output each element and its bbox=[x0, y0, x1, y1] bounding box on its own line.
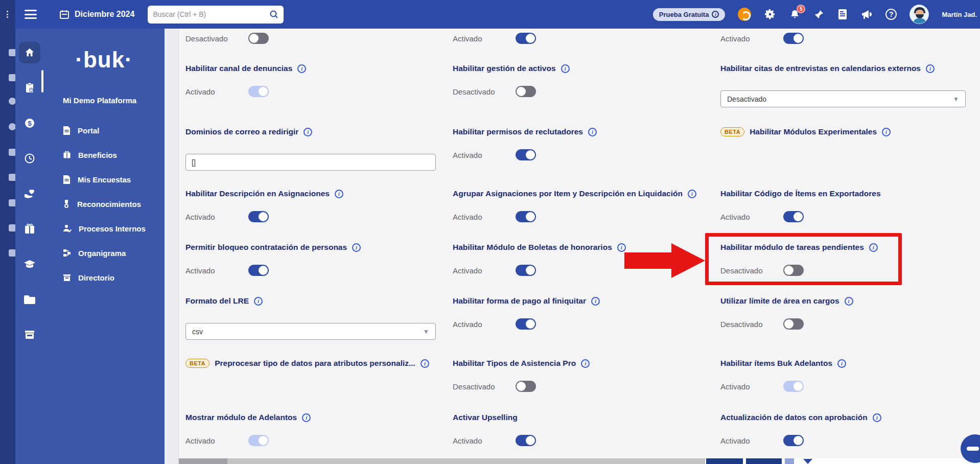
info-icon[interactable]: i bbox=[926, 64, 935, 73]
benefits-hand-heart-icon[interactable] bbox=[19, 183, 40, 204]
menu-toggle-icon[interactable] bbox=[25, 10, 37, 19]
info-icon[interactable]: i bbox=[688, 190, 696, 198]
setting-select[interactable]: csv▼ bbox=[185, 323, 436, 340]
setting-toggle[interactable] bbox=[783, 381, 804, 392]
user-name[interactable]: Martín Jad. bbox=[942, 11, 977, 18]
ghost-gift-icon bbox=[9, 174, 15, 181]
notifications-bell-icon[interactable]: 5 bbox=[789, 9, 801, 20]
settings-page: DesactivadoActivadoActivadoHabilitar can… bbox=[165, 29, 980, 464]
announcements-megaphone-icon[interactable] bbox=[860, 9, 873, 20]
info-icon[interactable]: i bbox=[561, 64, 570, 73]
info-icon[interactable]: i bbox=[882, 128, 891, 136]
setting-toggle[interactable] bbox=[516, 435, 536, 446]
setting-toggle[interactable] bbox=[248, 33, 269, 44]
info-icon[interactable]: i bbox=[617, 243, 626, 252]
toggle-state-label: Activado bbox=[720, 213, 783, 221]
home-icon[interactable] bbox=[19, 42, 40, 63]
info-icon[interactable]: i bbox=[581, 359, 590, 368]
changelog-icon[interactable] bbox=[837, 9, 848, 20]
scrollbar-thumb[interactable] bbox=[179, 458, 227, 464]
gift-box-icon[interactable] bbox=[19, 218, 40, 240]
select-value: csv bbox=[192, 328, 203, 336]
search-icon[interactable] bbox=[269, 10, 278, 19]
setting-cell: Desactivado bbox=[185, 29, 453, 63]
user-avatar[interactable] bbox=[909, 5, 929, 24]
setting-control-row: Activado bbox=[720, 435, 980, 446]
document-icon bbox=[63, 126, 71, 135]
help-icon[interactable]: ? bbox=[885, 9, 897, 20]
setting-cell: Mostrar módulo de AdelantosiActivado bbox=[185, 412, 453, 458]
free-trial-badge[interactable]: Prueba Gratuita i bbox=[653, 8, 726, 21]
documents-folder-icon[interactable] bbox=[19, 289, 40, 310]
setting-title-row: Habilitar forma de pago al finiquitari bbox=[453, 296, 720, 306]
setting-toggle[interactable] bbox=[516, 265, 536, 276]
settings-gear-icon[interactable] bbox=[764, 8, 776, 20]
tasks-clipboard-icon[interactable] bbox=[19, 77, 40, 99]
person-check-icon bbox=[63, 224, 72, 233]
info-icon[interactable]: i bbox=[837, 359, 846, 368]
calendar-icon[interactable] bbox=[59, 9, 69, 19]
search-input[interactable] bbox=[153, 10, 269, 18]
info-icon[interactable]: i bbox=[845, 297, 853, 306]
setting-toggle[interactable] bbox=[248, 86, 269, 97]
horizontal-scrollbar[interactable] bbox=[179, 458, 980, 464]
setting-toggle[interactable] bbox=[783, 318, 804, 330]
setting-toggle[interactable] bbox=[516, 149, 536, 160]
setting-title: Habilitar Descripción en Asignaciones bbox=[185, 189, 330, 198]
setting-toggle[interactable] bbox=[516, 318, 536, 330]
sidebar-item-directorio[interactable]: Directorio bbox=[43, 265, 165, 290]
setting-title-row: Habilitar citas de entrevistas en calend… bbox=[720, 63, 980, 74]
info-icon[interactable]: i bbox=[421, 359, 429, 368]
toggle-state-label: Desactivado bbox=[720, 320, 783, 329]
info-icon[interactable]: i bbox=[588, 128, 597, 136]
setting-toggle[interactable] bbox=[783, 435, 804, 446]
info-icon[interactable]: i bbox=[302, 413, 311, 422]
training-cap-icon[interactable] bbox=[19, 253, 40, 275]
setting-title: Dominios de correo a redirigir bbox=[185, 127, 298, 136]
setting-toggle[interactable] bbox=[783, 33, 804, 44]
info-icon[interactable]: i bbox=[591, 297, 600, 306]
sidebar-item-organigrama[interactable]: Organigrama bbox=[43, 241, 165, 265]
setting-toggle[interactable] bbox=[516, 86, 536, 97]
payroll-dollar-icon[interactable]: $ bbox=[19, 112, 40, 134]
scrollbar-gutter[interactable] bbox=[165, 29, 179, 464]
sidebar-item-mis-encuestas[interactable]: Mis Encuestas bbox=[43, 167, 165, 192]
setting-title: Permitir bloqueo contratación de persona… bbox=[185, 243, 347, 252]
toggle-state-label: Activado bbox=[720, 34, 783, 43]
setting-control-row: Activado bbox=[185, 435, 453, 446]
setting-text-input[interactable] bbox=[185, 154, 436, 171]
sidebar-item-reconocimientos[interactable]: Reconocimientos bbox=[43, 192, 165, 216]
setting-toggle[interactable] bbox=[248, 211, 269, 222]
info-icon[interactable]: i bbox=[254, 297, 263, 306]
setting-toggle[interactable] bbox=[248, 435, 269, 446]
pin-icon[interactable] bbox=[813, 9, 825, 20]
toggle-state-label: Activado bbox=[185, 87, 248, 96]
info-icon[interactable]: i bbox=[873, 413, 881, 422]
setting-control-row: Activado bbox=[185, 265, 453, 276]
time-clock-icon[interactable] bbox=[19, 148, 40, 169]
sidebar-item-label: Beneficios bbox=[78, 151, 117, 159]
ghost-home-icon bbox=[9, 49, 15, 56]
info-icon[interactable]: i bbox=[869, 243, 878, 252]
rewards-icon[interactable] bbox=[738, 8, 751, 21]
sidebar-item-beneficios[interactable]: Beneficios bbox=[43, 143, 165, 167]
setting-toggle[interactable] bbox=[516, 33, 536, 44]
search-box[interactable] bbox=[148, 6, 284, 24]
setting-toggle[interactable] bbox=[248, 265, 269, 276]
setting-toggle[interactable] bbox=[516, 211, 536, 222]
setting-toggle[interactable] bbox=[783, 211, 804, 222]
info-icon[interactable]: i bbox=[304, 128, 312, 136]
sidebar-item-portal[interactable]: Portal bbox=[43, 118, 165, 143]
marketplace-store-icon[interactable] bbox=[19, 324, 40, 345]
sidebar-item-procesos-internos[interactable]: Procesos Internos bbox=[43, 216, 165, 241]
info-icon[interactable]: i bbox=[297, 64, 306, 73]
info-icon[interactable]: i bbox=[335, 190, 343, 198]
setting-toggle[interactable] bbox=[783, 265, 804, 276]
setting-title: Habilitar gestión de activos bbox=[453, 64, 556, 73]
setting-toggle[interactable] bbox=[516, 381, 536, 392]
period-label[interactable]: Diciembre 2024 bbox=[75, 10, 134, 19]
toggle-state-label: Desactivado bbox=[453, 382, 516, 391]
setting-title: Formato del LRE bbox=[185, 296, 249, 306]
setting-select[interactable]: Desactivado▼ bbox=[720, 90, 966, 107]
info-icon[interactable]: i bbox=[352, 243, 361, 252]
